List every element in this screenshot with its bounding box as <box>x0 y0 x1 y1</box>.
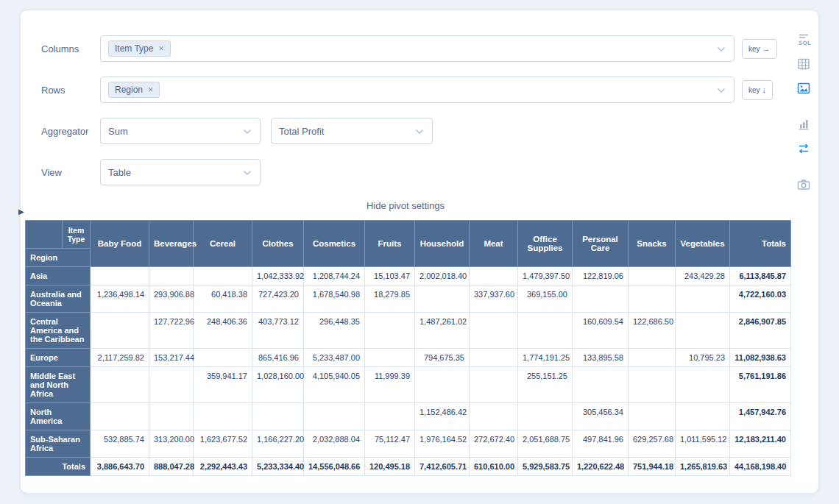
pivot-cell: 2,051,688.75 <box>518 430 573 458</box>
row-axis-label: Region <box>26 249 91 267</box>
row-header: North America <box>26 403 91 430</box>
pivot-card: Columns Item Type × key → Rows Region × <box>20 10 819 494</box>
pivot-cell: 127,722.96 <box>149 313 194 349</box>
rows-chip[interactable]: Region × <box>108 82 160 98</box>
chart-image-icon[interactable] <box>795 79 813 97</box>
key-arrow-right-icon: → <box>762 44 771 53</box>
pivot-cell <box>252 403 304 430</box>
rows-key-order-button[interactable]: key ↓ <box>742 80 773 100</box>
totals-column-header: Totals <box>730 221 791 267</box>
pivot-cell: 15,103.47 <box>365 267 415 285</box>
pivot-cell <box>304 403 365 430</box>
columns-control-row: Columns Item Type × key → <box>41 35 818 62</box>
chevron-down-icon[interactable] <box>717 88 726 93</box>
row-header: Sub-Saharan Africa <box>26 430 91 458</box>
aggregator-target-select[interactable]: Total Profit <box>271 118 433 144</box>
pivot-cell <box>676 285 730 313</box>
columns-key-order-button[interactable]: key → <box>742 39 777 59</box>
row-total-cell: 2,846,907.85 <box>730 313 791 349</box>
column-header: Cereal <box>194 221 252 267</box>
collapse-panel-arrow[interactable]: ▶ <box>18 208 24 216</box>
row-total-cell: 1,457,942.76 <box>730 403 791 430</box>
remove-chip-icon[interactable]: × <box>148 85 153 94</box>
table-row: Australia and Oceania1,236,498.14293,906… <box>26 285 791 313</box>
pivot-cell: 337,937.60 <box>470 285 518 313</box>
pivot-cell <box>676 367 730 403</box>
pivot-cell: 727,423.20 <box>252 285 304 313</box>
columns-chip-label: Item Type <box>115 43 153 54</box>
view-value: Table <box>108 167 131 178</box>
pivot-cell: 1,208,744.24 <box>304 267 365 285</box>
column-header: Clothes <box>252 221 304 267</box>
pivot-cell: 1,236,498.14 <box>91 285 149 313</box>
row-total-cell: 11,082,938.63 <box>730 349 791 367</box>
chevron-down-icon[interactable] <box>243 170 252 176</box>
pivot-cell: 2,032,888.04 <box>304 430 365 458</box>
column-total-cell: 14,556,048.66 <box>304 458 365 476</box>
camera-icon[interactable] <box>795 176 813 194</box>
pivot-cell: 153,217.44 <box>149 349 194 367</box>
rows-control-row: Rows Region × key ↓ <box>41 77 818 103</box>
pivot-cell <box>470 267 518 285</box>
pivot-cell <box>629 367 676 403</box>
pivot-cell <box>91 267 149 285</box>
row-header: Europe <box>26 349 91 367</box>
view-control-row: View Table <box>41 159 818 185</box>
pivot-cell: 359,941.17 <box>194 367 252 403</box>
pivot-cell <box>629 403 676 430</box>
columns-chip[interactable]: Item Type × <box>108 40 171 57</box>
column-total-cell: 7,412,605.71 <box>415 458 470 476</box>
pivot-cell <box>629 267 676 285</box>
pivot-cell: 4,105,940.05 <box>304 367 365 403</box>
pivot-cell: 1,166,227.20 <box>252 430 304 458</box>
pivot-table: Item TypeBaby FoodBeveragesCerealClothes… <box>25 220 791 476</box>
view-select[interactable]: Table <box>100 159 261 185</box>
remove-chip-icon[interactable]: × <box>158 44 163 53</box>
column-header: Baby Food <box>91 221 149 267</box>
pivot-cell <box>91 313 149 349</box>
totals-row-header: Totals <box>26 458 91 476</box>
pivot-cell: 243,429.28 <box>676 267 730 285</box>
column-header: Fruits <box>365 221 415 267</box>
sql-icon[interactable]: SQL <box>795 31 813 49</box>
pivot-cell <box>91 403 149 430</box>
row-total-cell: 12,183,211.40 <box>730 430 791 458</box>
row-header: Australia and Oceania <box>26 285 91 313</box>
pivot-cell <box>194 267 252 285</box>
pivot-cell <box>676 313 730 349</box>
pivot-cell <box>470 349 518 367</box>
pivot-cell: 532,885.74 <box>91 430 149 458</box>
bar-chart-icon[interactable] <box>795 116 813 133</box>
table-icon[interactable] <box>795 55 813 73</box>
pivot-cell: 248,406.36 <box>194 313 252 349</box>
pivot-cell: 1,028,160.00 <box>252 367 304 403</box>
hide-pivot-settings-link[interactable]: Hide pivot settings <box>21 200 790 211</box>
corner-blank <box>26 221 63 249</box>
pivot-cell: 1,152,486.42 <box>415 403 470 430</box>
pivot-cell: 1,976,164.52 <box>415 430 470 458</box>
pivot-cell: 60,418.38 <box>194 285 252 313</box>
pivot-cell <box>415 285 470 313</box>
pivot-settings-panel: Columns Item Type × key → Rows Region × <box>21 10 818 185</box>
columns-select[interactable]: Item Type × <box>100 35 734 62</box>
pivot-cell: 1,487,261.02 <box>415 313 470 349</box>
pivot-cell: 293,906.88 <box>149 285 194 313</box>
chevron-down-icon[interactable] <box>717 46 726 52</box>
pivot-cell: 1,042,333.92 <box>252 267 304 285</box>
pivot-cell <box>149 267 194 285</box>
aggregator-label: Aggregator <box>41 126 100 137</box>
table-row: North America1,152,486.42305,456.341,457… <box>26 403 791 430</box>
rows-select[interactable]: Region × <box>100 77 734 103</box>
export-icon[interactable] <box>795 140 813 157</box>
totals-row: Totals3,886,643.70888,047.282,292,443.43… <box>26 458 791 476</box>
svg-text:SQL: SQL <box>799 40 811 46</box>
aggregator-select[interactable]: Sum <box>100 118 261 144</box>
row-header: Middle East and North Africa <box>26 367 91 403</box>
key-label: key <box>748 86 760 94</box>
column-header: Personal Care <box>573 221 629 267</box>
pivot-cell: 18,279.85 <box>365 285 415 313</box>
chevron-down-icon[interactable] <box>243 129 252 135</box>
chevron-down-icon[interactable] <box>415 129 424 135</box>
table-row: Europe2,117,259.82153,217.44865,416.965,… <box>26 349 791 367</box>
pivot-cell: 122,686.50 <box>629 313 676 349</box>
